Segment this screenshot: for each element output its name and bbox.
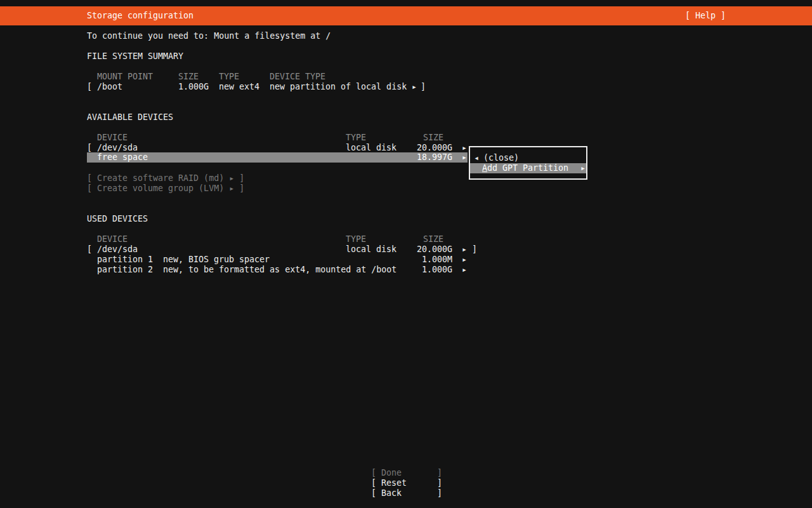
col-device: DEVICE	[97, 234, 128, 244]
row-menu-arrow-icon[interactable]: ▸	[462, 152, 467, 163]
table-row-used-dev-sda[interactable]: [ /dev/sda local disk 20.000G ▸ ]	[0, 244, 812, 255]
arrow-left-icon: ◂	[474, 153, 479, 163]
info-value: new, BIOS grub spacer	[163, 255, 270, 265]
size-value: 20.000G	[417, 244, 452, 255]
filesystem-summary-header-row: MOUNT POINT SIZE TYPE DEVICE TYPE	[0, 72, 812, 82]
device-value: partition 2	[97, 265, 153, 275]
arrow-right-icon: ▸	[580, 163, 586, 173]
bracket-open: [	[371, 468, 376, 478]
available-devices-heading: AVAILABLE DEVICES	[0, 112, 812, 123]
size-value: 1.000G	[422, 265, 452, 275]
size-value: 20.000G	[417, 143, 452, 153]
bracket-close: ]	[421, 82, 426, 92]
device-value: partition 1	[97, 255, 153, 265]
add-gpt-partition-label: Add GPT Partition	[482, 163, 568, 173]
type-value: new ext4	[219, 82, 259, 92]
reset-button-label: Reset	[381, 478, 407, 488]
size-value: 18.997G	[417, 152, 452, 163]
bracket-close: ]	[437, 468, 442, 478]
table-row-dev-sda[interactable]: [ /dev/sda local disk 20.000G ▸	[0, 143, 812, 153]
size-value: 1.000M	[422, 255, 452, 265]
filesystem-summary-heading: FILE SYSTEM SUMMARY	[0, 51, 812, 62]
col-type: TYPE	[219, 72, 239, 82]
storage-configuration-screen: Storage configuration [ Help ] To contin…	[0, 0, 812, 508]
col-type: TYPE	[346, 133, 366, 143]
used-devices-header-row: DEVICE TYPE SIZE	[0, 234, 812, 244]
context-menu-popup: ◂ (close) Add GPT Partition ▸	[469, 146, 587, 180]
col-size: SIZE	[423, 133, 443, 143]
close-label: (close)	[483, 153, 519, 163]
intro-text: To continue you need to: Mount a filesys…	[0, 31, 812, 41]
back-button-label: Back	[381, 488, 402, 498]
device-value: free space	[97, 152, 148, 163]
col-device-type: DEVICE TYPE	[270, 72, 325, 82]
create-raid-button[interactable]: [ Create software RAID (md) ▸ ]	[0, 173, 812, 184]
used-devices-heading: USED DEVICES	[0, 214, 812, 224]
col-type: TYPE	[346, 234, 366, 244]
bracket-close: ]	[437, 488, 442, 498]
add-gpt-partition-item[interactable]: Add GPT Partition ▸	[470, 163, 586, 173]
info-value: new, to be formatted as ext4, mounted at…	[163, 265, 396, 275]
reset-button[interactable]: [ Reset ]	[0, 478, 812, 488]
back-button[interactable]: [ Back ]	[0, 488, 812, 498]
row-menu-arrow-icon[interactable]: ▸	[412, 82, 417, 92]
size-value: 1.000G	[178, 82, 209, 92]
device-value: /dev/sda	[97, 244, 138, 255]
col-mount-point: MOUNT POINT	[97, 72, 153, 82]
bracket-close: ]	[472, 244, 477, 255]
row-menu-arrow-icon[interactable]: ▸	[462, 265, 467, 275]
mount-point-value: /boot	[97, 82, 122, 92]
table-row-boot[interactable]: [ /boot 1.000G new ext4 new partition of…	[0, 82, 812, 92]
col-size: SIZE	[178, 72, 199, 82]
device-type-value: new partition of local disk	[270, 82, 407, 92]
title-bar: Storage configuration [ Help ]	[0, 6, 812, 25]
row-menu-arrow-icon[interactable]: ▸	[462, 255, 467, 265]
page-title: Storage configuration	[87, 6, 193, 25]
table-row-partition-2[interactable]: partition 2 new, to be formatted as ext4…	[0, 265, 812, 275]
bracket-open: [	[87, 143, 92, 153]
table-row-free-space-selected[interactable]: free space 18.997G ▸	[87, 152, 468, 163]
type-value: local disk	[346, 143, 396, 153]
row-menu-arrow-icon[interactable]: ▸	[462, 244, 467, 255]
row-menu-arrow-icon[interactable]: ▸	[462, 143, 467, 153]
create-lvm-button[interactable]: [ Create volume group (LVM) ▸ ]	[0, 184, 812, 194]
bracket-close: ]	[437, 478, 442, 488]
done-button-label: Done	[381, 468, 402, 478]
bracket-open: [	[87, 244, 92, 255]
bracket-open: [	[371, 488, 376, 498]
available-devices-header-row: DEVICE TYPE SIZE	[0, 133, 812, 143]
bracket-open: [	[87, 82, 92, 92]
type-value: local disk	[346, 244, 396, 255]
col-device: DEVICE	[97, 133, 128, 143]
context-menu-close-item[interactable]: ◂ (close)	[470, 153, 586, 163]
bracket-open: [	[371, 478, 376, 488]
done-button[interactable]: [ Done ]	[0, 468, 812, 478]
help-button[interactable]: [ Help ]	[685, 6, 726, 25]
device-value: /dev/sda	[97, 143, 138, 153]
table-row-partition-1[interactable]: partition 1 new, BIOS grub spacer 1.000M…	[0, 255, 812, 265]
col-size: SIZE	[423, 234, 443, 244]
